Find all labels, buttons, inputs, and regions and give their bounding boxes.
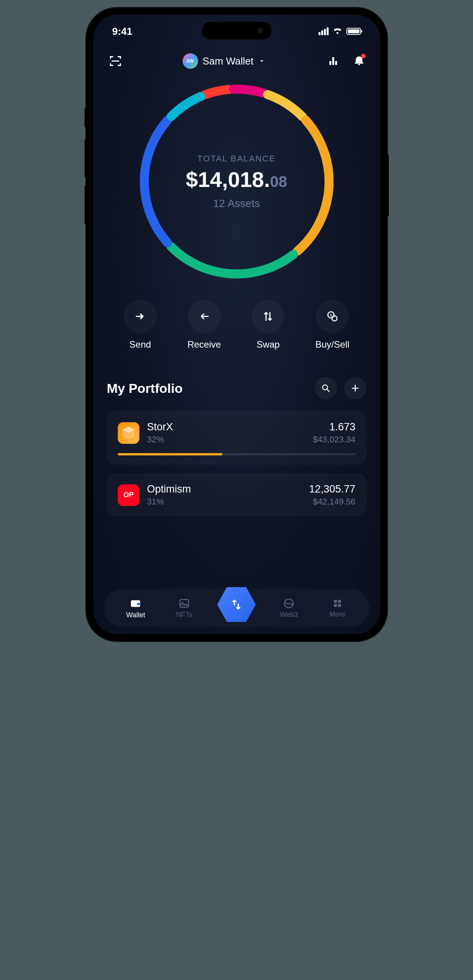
notch xyxy=(202,22,271,39)
nav-more[interactable]: More xyxy=(322,598,353,618)
scan-icon[interactable] xyxy=(109,54,122,68)
nav-web3[interactable]: Web3 xyxy=(273,598,304,619)
balance-amount: $14,018.08 xyxy=(186,167,287,192)
assets-count: 12 Assets xyxy=(213,197,260,210)
search-icon xyxy=(321,383,331,393)
wallet-name: Sam Wallet xyxy=(203,55,254,67)
asset-usd: $42,149.56 xyxy=(309,497,355,507)
svg-rect-12 xyxy=(338,600,341,603)
asset-amount: 12,305.77 xyxy=(309,483,355,495)
status-time: 9:41 xyxy=(112,25,132,37)
nav-center-action[interactable] xyxy=(217,585,256,624)
plus-icon xyxy=(350,383,360,393)
balance-currency: $ xyxy=(186,167,198,192)
asset-name: StorX xyxy=(147,421,305,433)
svg-rect-14 xyxy=(338,604,341,607)
side-button xyxy=(85,139,87,178)
receive-button[interactable]: Receive xyxy=(187,300,221,350)
signal-icon xyxy=(319,27,329,35)
swap-icon xyxy=(262,311,274,322)
svg-point-3 xyxy=(322,385,327,390)
quick-actions: Send Receive Swap $ xyxy=(93,282,380,358)
svg-text:$: $ xyxy=(330,313,332,317)
nav-nfts-label: NFTs xyxy=(176,611,192,619)
svg-point-2 xyxy=(332,316,337,321)
image-icon xyxy=(178,598,190,609)
send-button[interactable]: Send xyxy=(124,300,157,350)
svg-rect-13 xyxy=(334,604,337,607)
balance-major: 14,018. xyxy=(198,167,270,192)
bottom-nav: Wallet NFTs Web3 More xyxy=(104,589,370,627)
wallet-selector[interactable]: SW Sam Wallet xyxy=(183,53,266,69)
nav-more-label: More xyxy=(329,610,345,618)
portfolio-title: My Portfolio xyxy=(107,381,183,396)
globe-icon xyxy=(283,598,295,609)
send-label: Send xyxy=(129,339,151,350)
svg-rect-11 xyxy=(334,600,337,603)
nav-wallet-label: Wallet xyxy=(126,611,145,619)
wallet-initials: SW xyxy=(186,58,194,64)
app-header: SW Sam Wallet xyxy=(93,42,380,73)
portfolio-donut-chart[interactable]: TOTAL BALANCE $14,018.08 12 Assets xyxy=(93,81,380,282)
status-icons xyxy=(319,27,361,36)
asset-name: Optimism xyxy=(147,483,302,495)
notifications-button[interactable] xyxy=(353,54,365,68)
swap-button[interactable]: Swap xyxy=(251,300,285,350)
balance-label: TOTAL BALANCE xyxy=(197,154,276,164)
wallet-icon xyxy=(129,597,142,610)
notification-dot xyxy=(361,54,366,58)
swap-label: Swap xyxy=(256,339,280,350)
side-button xyxy=(85,185,87,224)
asset-progress xyxy=(118,453,356,455)
asset-usd: $43,023.34 xyxy=(313,435,355,445)
asset-amount: 1.673 xyxy=(313,421,355,433)
wallet-avatar: SW xyxy=(183,53,198,69)
wifi-icon xyxy=(332,27,342,36)
stats-icon[interactable] xyxy=(326,54,340,68)
asset-percent: 31% xyxy=(147,497,302,507)
asset-list: StorX 32% 1.673 $43,023.34 OP Optimism 3… xyxy=(107,411,366,516)
asset-percent: 32% xyxy=(147,435,305,445)
arrow-right-icon xyxy=(134,311,146,322)
grid-icon xyxy=(332,598,343,609)
coins-icon: $ xyxy=(326,310,339,323)
asset-icon: OP xyxy=(118,484,139,506)
phone-frame: 9:41 SW Sam Wallet xyxy=(86,8,387,641)
balance-summary: TOTAL BALANCE $14,018.08 12 Assets xyxy=(136,81,337,282)
svg-rect-7 xyxy=(137,603,141,605)
chevron-down-icon xyxy=(258,57,266,65)
portfolio-section: My Portfolio StorX xyxy=(93,358,380,516)
battery-icon xyxy=(346,28,361,35)
balance-cents: 08 xyxy=(270,173,287,190)
add-button[interactable] xyxy=(344,377,366,399)
arrow-left-icon xyxy=(198,311,210,322)
nav-nfts[interactable]: NFTs xyxy=(169,598,200,619)
buysell-button[interactable]: $ Buy/Sell xyxy=(315,300,349,350)
nav-wallet[interactable]: Wallet xyxy=(120,597,151,619)
asset-card[interactable]: OP Optimism 31% 12,305.77 $42,149.56 xyxy=(107,473,366,516)
receive-label: Receive xyxy=(187,339,221,350)
nav-web3-label: Web3 xyxy=(280,611,298,619)
search-button[interactable] xyxy=(315,377,337,399)
swap-center-icon xyxy=(229,597,244,612)
buysell-label: Buy/Sell xyxy=(315,339,349,350)
side-button xyxy=(387,155,389,216)
screen: 9:41 SW Sam Wallet xyxy=(93,15,380,634)
side-button xyxy=(85,108,87,127)
asset-icon xyxy=(118,422,139,444)
asset-card[interactable]: StorX 32% 1.673 $43,023.34 xyxy=(107,411,366,465)
